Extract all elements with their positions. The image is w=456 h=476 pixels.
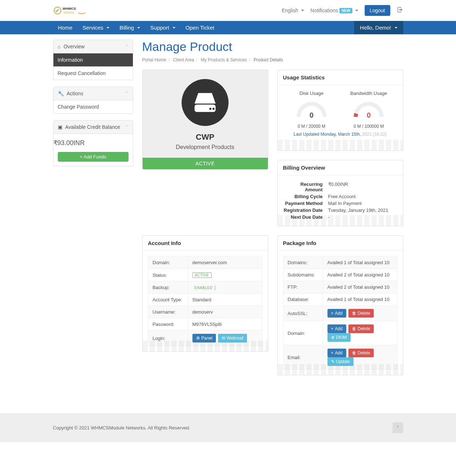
chevron-up-icon: ⌃: [125, 44, 129, 49]
dkim-button[interactable]: ⊕ DKIM: [327, 333, 351, 342]
bw-gauge: 0: [352, 100, 385, 119]
nav-services[interactable]: Services: [78, 21, 115, 34]
account-info-card: Account Info Domain:demoserver.com Statu…: [142, 235, 268, 352]
plus-icon: +: [331, 311, 334, 316]
last-updated: Last Updated Monday, March 15th, 2021 (1…: [283, 132, 398, 137]
bw-usage-text: 0 M / 100000 M: [340, 124, 398, 129]
trash-icon: 🗑: [352, 311, 356, 316]
credit-panel: ▣ Available Credit Balance ⌃ ₹93.00INR +…: [53, 120, 133, 166]
crumb-details: Product Details: [253, 57, 283, 62]
topbar: WHMCSMODULE English Notifications NEW Lo…: [0, 0, 456, 21]
plus-icon: +: [80, 154, 83, 160]
credit-panel-head[interactable]: ▣ Available Credit Balance ⌃: [53, 121, 133, 134]
email-add-button[interactable]: + Add: [327, 349, 346, 357]
nav-open-ticket[interactable]: Open Ticket: [181, 21, 220, 34]
trash-icon: 🗑: [352, 326, 356, 331]
home-icon: ⌂: [58, 44, 61, 49]
breadcrumb: Portal Home/ Client Area/ My Products & …: [142, 57, 403, 62]
language-selector[interactable]: English: [282, 8, 304, 13]
notifications-link[interactable]: Notifications NEW: [310, 8, 358, 13]
domain-delete-button[interactable]: 🗑 Delete: [348, 324, 374, 333]
product-status: ACTIVE: [143, 158, 268, 169]
sidebar-item-change-password[interactable]: Change Password: [53, 100, 133, 113]
crumb-products[interactable]: My Products & Services: [201, 57, 247, 62]
account-info-title: Account Info: [143, 236, 268, 251]
hdd-icon: [182, 79, 229, 126]
overview-panel-head[interactable]: ⌂ Overview ⌃: [53, 40, 133, 53]
product-card: CWP Development Products ACTIVE: [142, 70, 268, 170]
bw-usage-label: Bandwidth Usage: [340, 91, 398, 96]
add-funds-button[interactable]: + Add Funds: [58, 152, 129, 162]
svg-text:MODULE: MODULE: [63, 11, 74, 14]
nav-user-menu[interactable]: Hello, Demo!: [354, 21, 403, 34]
signout-icon[interactable]: [397, 6, 403, 15]
disk-usage-label: Disk Usage: [283, 91, 340, 96]
logout-button[interactable]: Logout: [365, 5, 390, 16]
actions-panel-head[interactable]: 🔧 Actions ⌃: [53, 87, 133, 100]
globe-icon: ⊕: [331, 335, 335, 340]
sidebar-item-cancel[interactable]: Request Cancellation: [53, 67, 133, 80]
disk-usage-text: 0 M / 20000 M: [283, 124, 340, 129]
chevron-up-icon: ⌃: [396, 425, 400, 431]
plus-icon: +: [331, 350, 334, 355]
overview-panel: ⌂ Overview ⌃ Information Request Cancell…: [53, 40, 133, 80]
actions-panel: 🔧 Actions ⌃ Change Password: [53, 87, 133, 114]
usage-card: Usage Statistics Disk Usage 0 0 M / 2000…: [277, 70, 403, 151]
autossl-add-button[interactable]: + Add: [327, 309, 346, 318]
package-info-title: Package Info: [278, 236, 403, 251]
nav-billing[interactable]: Billing: [114, 21, 145, 34]
nav-home[interactable]: Home: [53, 21, 78, 34]
money-icon: ▣: [58, 124, 62, 130]
page-title: Manage Product: [142, 40, 403, 54]
package-info-card: Package Info Domains:Availed 1 of Total …: [277, 235, 403, 375]
nav-support[interactable]: Support: [145, 21, 181, 34]
product-category: Development Products: [143, 144, 268, 150]
trash-icon: 🗑: [352, 350, 356, 355]
main-nav: Home Services Billing Support Open Ticke…: [0, 21, 456, 34]
disk-gauge: 0: [295, 100, 328, 119]
new-badge: NEW: [339, 8, 352, 13]
copyright: Copyright © 2021 WHMCSModule Networks. A…: [53, 425, 190, 431]
autossl-delete-button[interactable]: 🗑 Delete: [348, 309, 374, 318]
credit-amount: ₹93.00INR: [53, 134, 133, 152]
crumb-client[interactable]: Client Area: [173, 57, 194, 62]
wrench-icon: 🔧: [58, 91, 64, 96]
crumb-home[interactable]: Portal Home: [142, 57, 166, 62]
billing-title: Billing Overview: [278, 160, 403, 175]
mail-icon: ✉: [222, 336, 225, 341]
product-name: CWP: [143, 132, 268, 142]
backup-badge: ENABLED: [192, 285, 215, 290]
status-badge: ACTIVE: [192, 272, 212, 278]
pencil-icon: ✎: [331, 359, 335, 364]
panel-button[interactable]: ⚙ Panel: [192, 334, 216, 342]
update-button[interactable]: ✎ Update: [327, 357, 354, 366]
gear-icon: ⚙: [196, 336, 200, 341]
domain-add-button[interactable]: + Add: [327, 324, 346, 333]
scroll-top-button[interactable]: ⌃: [392, 422, 403, 433]
logo[interactable]: WHMCSMODULE: [53, 4, 93, 17]
plus-icon: +: [331, 326, 334, 331]
footer: Copyright © 2021 WHMCSModule Networks. A…: [0, 413, 456, 442]
package-info-table: Domains:Availed 1 of Total assigned 10 S…: [283, 256, 398, 370]
sidebar-item-information[interactable]: Information: [53, 53, 133, 67]
email-delete-button[interactable]: 🗑 Delete: [348, 349, 374, 357]
usage-title: Usage Statistics: [278, 70, 403, 85]
svg-text:WHMCS: WHMCS: [62, 6, 76, 10]
chevron-up-icon: ⌃: [125, 125, 129, 130]
webmail-button[interactable]: ✉ Webmail: [218, 334, 247, 342]
account-info-table: Domain:demoserver.com Status:ACTIVE Back…: [148, 256, 262, 346]
billing-card: Billing Overview Recurring Amount₹0.00IN…: [277, 160, 403, 226]
chevron-up-icon: ⌃: [125, 91, 129, 96]
